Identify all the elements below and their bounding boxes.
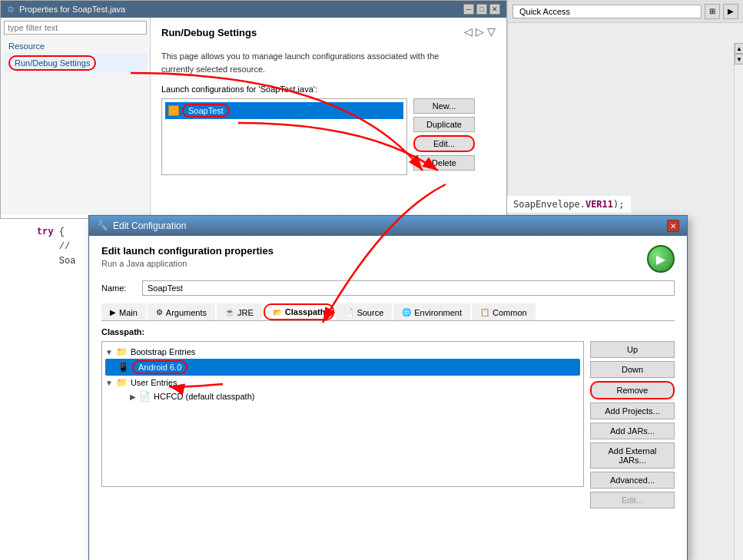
maximize-btn[interactable]: □ bbox=[476, 4, 487, 15]
env-tab-icon: 🌐 bbox=[402, 308, 411, 316]
nav-resource[interactable]: Resource bbox=[4, 39, 147, 53]
classpath-tab-icon: 📂 bbox=[273, 308, 282, 316]
main-tab-icon: ▶ bbox=[110, 308, 116, 316]
tree-user-entries[interactable]: ▼ 📁 User Entries bbox=[105, 376, 580, 389]
section-title: Run/Debug Settings bbox=[161, 27, 257, 38]
quick-access-bar[interactable]: Quick Access bbox=[512, 5, 702, 18]
tab-main[interactable]: ▶ Main bbox=[101, 303, 146, 320]
user-entries-label: User Entries bbox=[131, 378, 177, 387]
tab-source-label: Source bbox=[357, 308, 383, 317]
filter-input[interactable] bbox=[4, 21, 147, 35]
hcfcd-icon: 📄 bbox=[139, 391, 151, 402]
tree-bootstrap-entries[interactable]: ▼ 📁 Bootstrap Entries bbox=[105, 345, 580, 359]
up-button[interactable]: Up bbox=[590, 341, 675, 358]
launch-item-icon bbox=[168, 105, 179, 116]
remove-button[interactable]: Remove bbox=[590, 381, 675, 399]
classpath-tree[interactable]: ▼ 📁 Bootstrap Entries 📱 Android 6.0 ▼ 📁 … bbox=[101, 341, 584, 487]
duplicate-button[interactable]: Duplicate bbox=[413, 117, 475, 132]
dropdown-arrow[interactable]: ▽ bbox=[487, 25, 496, 38]
launch-label: Launch configurations for 'SoapTest.java… bbox=[161, 84, 496, 94]
dialog-close-btn[interactable]: ✕ bbox=[667, 220, 679, 232]
tab-env-label: Environment bbox=[414, 308, 462, 317]
code-snippet: SoapEnvelope.VER11); bbox=[507, 196, 631, 213]
advanced-button[interactable]: Advanced... bbox=[590, 472, 675, 489]
properties-nav: Resource Run/Debug Settings bbox=[1, 18, 151, 215]
edit-config-dialog: 🔧 Edit Configuration ✕ Edit launch confi… bbox=[88, 215, 688, 560]
properties-panel: ⚙ Properties for SoapTest.java ─ □ ✕ Res… bbox=[0, 0, 507, 219]
tree-hcfcd[interactable]: ▶ 📄 HCFCD (default classpath) bbox=[105, 389, 580, 403]
source-tab-icon: 📄 bbox=[344, 308, 353, 316]
classpath-buttons: Up Down Remove Add Projects... Add JARs.… bbox=[590, 341, 675, 509]
right-scrollbar: ▲ ▼ bbox=[734, 43, 743, 560]
jre-tab-icon: ☕ bbox=[225, 308, 234, 316]
launch-list[interactable]: SoapTest bbox=[161, 98, 407, 175]
bootstrap-toggle[interactable]: ▼ bbox=[105, 348, 113, 356]
tab-args-label: Arguments bbox=[166, 308, 207, 317]
tab-jre-label: JRE bbox=[237, 308, 254, 317]
nav-run-debug[interactable]: Run/Debug Settings bbox=[4, 53, 147, 73]
tab-classpath[interactable]: 📂 Classpath bbox=[264, 303, 335, 320]
new-button[interactable]: New... bbox=[413, 98, 475, 114]
edit-cp-button[interactable]: Edit... bbox=[590, 492, 675, 509]
back-arrow[interactable]: ◁ bbox=[464, 25, 473, 38]
dialog-title-bar: 🔧 Edit Configuration ✕ bbox=[89, 216, 687, 236]
scroll-down[interactable]: ▼ bbox=[735, 54, 743, 65]
name-label: Name: bbox=[101, 283, 136, 293]
page-description: This page allows you to manage launch co… bbox=[161, 50, 496, 75]
down-button[interactable]: Down bbox=[590, 361, 675, 378]
delete-button[interactable]: Delete bbox=[413, 155, 475, 171]
classpath-label: Classpath: bbox=[101, 327, 675, 336]
bootstrap-icon: 📁 bbox=[116, 346, 128, 357]
toolbar-icon-1[interactable]: ⊞ bbox=[705, 4, 720, 19]
dialog-title: Edit Configuration bbox=[113, 220, 186, 231]
hcfcd-toggle[interactable]: ▶ bbox=[130, 393, 136, 401]
args-tab-icon: ⚙ bbox=[156, 308, 163, 316]
android-icon: 📱 bbox=[118, 362, 129, 373]
tab-main-label: Main bbox=[119, 308, 138, 317]
properties-content: Run/Debug Settings ◁ ▷ ▽ This page allow… bbox=[151, 18, 506, 215]
tabs-row: ▶ Main ⚙ Arguments ☕ JRE 📂 Classpath 📄 S… bbox=[101, 303, 675, 321]
launch-item-label: SoapTest bbox=[182, 104, 230, 118]
tab-environment[interactable]: 🌐 Environment bbox=[393, 303, 470, 320]
tab-source[interactable]: 📄 Source bbox=[336, 303, 392, 320]
add-jars-button[interactable]: Add JARs... bbox=[590, 422, 675, 439]
hcfcd-label: HCFCD (default classpath) bbox=[154, 392, 254, 401]
android-label: Android 6.0 bbox=[132, 360, 187, 374]
add-ext-jars-button[interactable]: Add External JARs... bbox=[590, 442, 675, 469]
right-toolbar: Quick Access ⊞ ▶ bbox=[508, 0, 743, 23]
forward-arrow[interactable]: ▷ bbox=[476, 25, 484, 38]
properties-title-bar: ⚙ Properties for SoapTest.java ─ □ ✕ bbox=[1, 1, 506, 18]
add-projects-button[interactable]: Add Projects... bbox=[590, 403, 675, 419]
dialog-header-title: Edit launch configuration properties bbox=[101, 245, 274, 257]
tab-common-label: Common bbox=[493, 308, 527, 317]
edit-button[interactable]: Edit... bbox=[413, 135, 475, 152]
tree-android[interactable]: 📱 Android 6.0 bbox=[105, 359, 580, 376]
quick-access-label: Quick Access bbox=[519, 7, 570, 16]
launch-item-soaptest[interactable]: SoapTest bbox=[165, 102, 403, 119]
tab-common[interactable]: 📋 Common bbox=[472, 303, 536, 320]
run-debug-label: Run/Debug Settings bbox=[8, 55, 96, 71]
common-tab-icon: 📋 bbox=[480, 308, 489, 316]
properties-icon: ⚙ bbox=[7, 5, 15, 15]
name-input[interactable] bbox=[142, 280, 675, 296]
dialog-subheader: Run a Java application bbox=[101, 259, 274, 268]
close-btn[interactable]: ✕ bbox=[489, 4, 500, 15]
run-icon: ▶ bbox=[647, 245, 675, 273]
user-entries-icon: 📁 bbox=[116, 377, 128, 388]
minimize-btn[interactable]: ─ bbox=[463, 4, 474, 15]
dialog-icon: 🔧 bbox=[97, 220, 108, 231]
toolbar-icon-2[interactable]: ▶ bbox=[723, 4, 738, 19]
bootstrap-label: Bootstrap Entries bbox=[131, 347, 195, 356]
properties-title: Properties for SoapTest.java bbox=[19, 5, 125, 14]
tab-jre[interactable]: ☕ JRE bbox=[217, 303, 262, 320]
user-toggle[interactable]: ▼ bbox=[105, 379, 113, 387]
scroll-up[interactable]: ▲ bbox=[735, 43, 743, 54]
tab-classpath-label: Classpath bbox=[285, 307, 326, 316]
tab-arguments[interactable]: ⚙ Arguments bbox=[148, 303, 215, 320]
